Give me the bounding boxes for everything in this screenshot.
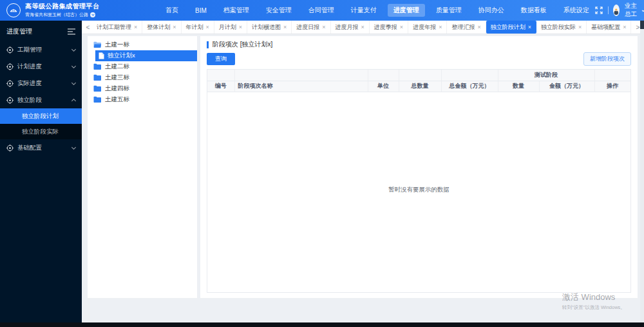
- tab-close-icon[interactable]: ×: [477, 25, 480, 30]
- folder-icon: [93, 63, 102, 70]
- tab-independent-stage-plan[interactable]: 独立阶段计划×: [486, 21, 536, 34]
- content-area: 土建一标 独立计划x 土建二标 土建三标: [82, 34, 644, 322]
- tab-close-icon[interactable]: ×: [206, 25, 209, 30]
- tab-plan-gantt[interactable]: 计划横道图×: [247, 21, 292, 34]
- nav-item-home[interactable]: 首页: [160, 4, 184, 17]
- tree-folder-section3[interactable]: 土建三标: [88, 72, 197, 83]
- menu-collapse-icon[interactable]: [68, 28, 75, 35]
- bottom-strip: [0, 322, 644, 327]
- sidebar-item-label: 实际进度: [17, 79, 68, 88]
- tab-year-plan[interactable]: 年计划×: [182, 21, 214, 34]
- column-header-actions: 操作: [594, 81, 630, 92]
- tab-independent-stage-actual[interactable]: 独立阶段实际×: [536, 21, 587, 34]
- sidebar-item-independent-stage[interactable]: 独立阶段: [0, 92, 82, 108]
- tab-month-plan[interactable]: 月计划×: [214, 21, 247, 34]
- tab-close-icon[interactable]: ×: [623, 25, 626, 30]
- avatar[interactable]: [613, 5, 620, 16]
- sidebar-title: 进度管理: [6, 27, 32, 36]
- tab-monthly-report[interactable]: 进度月报×: [331, 21, 370, 34]
- tree-folder-label: 土建一标: [105, 41, 129, 49]
- user-name[interactable]: 业主总工: [625, 2, 638, 19]
- tree-folder-section5[interactable]: 土建五标: [88, 94, 197, 105]
- tab-label: 独立阶段计划: [491, 23, 526, 32]
- tree-folder-section1[interactable]: 土建一标: [88, 39, 197, 50]
- nav-item-settings[interactable]: 系统设定: [558, 4, 595, 17]
- tree-folder-section2[interactable]: 土建二标: [88, 61, 197, 72]
- column-header-number: 编号: [207, 81, 234, 92]
- top-nav: 首页 BIM 档案管理 安全管理 合同管理 计量支付 进度管理 质量管理 协同办…: [160, 4, 595, 17]
- sidebar-item-label: 计划进度: [17, 63, 68, 71]
- tab-close-icon[interactable]: ×: [361, 25, 365, 30]
- tab-close-icon[interactable]: ×: [322, 25, 325, 30]
- sidebar-item-duration-mgmt[interactable]: 工期管理: [0, 41, 82, 58]
- sidebar-subitem-label: 独立阶段计划: [22, 112, 59, 121]
- project-switcher-icon[interactable]: [90, 12, 95, 17]
- tree-item-independent-plan[interactable]: 独立计划x: [95, 50, 197, 61]
- tree-folder-label: 土建五标: [105, 95, 129, 104]
- tab-label: 进度季报: [374, 23, 397, 32]
- tab-label: 进度月报: [336, 23, 359, 32]
- sidebar-submenu: 独立阶段计划 独立阶段实际: [0, 108, 82, 139]
- nav-item-measurement[interactable]: 计量支付: [345, 4, 383, 17]
- sidebar-item-actual-progress[interactable]: 实际进度: [0, 75, 82, 92]
- nav-item-dashboard[interactable]: 数据看板: [515, 4, 553, 17]
- tab-quarterly-report[interactable]: 进度季报×: [370, 21, 408, 34]
- tab-yearly-report[interactable]: 进度年报×: [408, 21, 447, 34]
- tab-close-icon[interactable]: ×: [400, 25, 403, 30]
- table-group-header-row: 测试阶段: [207, 70, 630, 81]
- folder-icon: [93, 96, 102, 103]
- tab-close-icon[interactable]: ×: [439, 25, 442, 30]
- project-subtitle: 青海省共和至玉树（结古）公路: [25, 12, 100, 18]
- nav-item-contract[interactable]: 合同管理: [303, 4, 340, 17]
- nav-item-quality[interactable]: 质量管理: [430, 4, 468, 17]
- tabs-scroll-left-icon[interactable]: <: [84, 24, 92, 31]
- tab-plan-duration-mgmt[interactable]: 计划工期管理×: [92, 21, 142, 34]
- tree-folder-section4[interactable]: 土建四标: [88, 83, 197, 94]
- nav-item-bim[interactable]: BIM: [189, 5, 213, 16]
- tree-folder-label: 土建三标: [105, 74, 129, 82]
- sidebar-item-label: 工期管理: [17, 46, 68, 54]
- add-stage-item-button[interactable]: 新增阶段项次: [583, 52, 631, 66]
- platform-title: 高等级公路集成管理平台: [25, 3, 100, 11]
- column-header-quantity: 数量: [498, 81, 539, 92]
- sidebar-item-independent-stage-actual[interactable]: 独立阶段实际: [0, 124, 82, 139]
- tab-label: 整体计划: [147, 23, 170, 32]
- project-tree-panel: 土建一标 独立计划x 土建二标 土建三标: [88, 36, 197, 298]
- column-group-test-stage: 测试阶段: [498, 70, 594, 81]
- nav-item-safety[interactable]: 安全管理: [260, 4, 298, 17]
- tab-label: 整理汇报: [451, 23, 475, 32]
- compass-icon: [6, 63, 14, 70]
- nav-item-archives[interactable]: 档案管理: [218, 4, 255, 17]
- tree-folder-label: 土建四标: [105, 84, 129, 93]
- tab-close-icon[interactable]: ×: [134, 25, 137, 30]
- fullscreen-icon[interactable]: [595, 6, 603, 14]
- tab-label: 进度日报: [296, 23, 319, 32]
- tab-base-item-config[interactable]: 基础项配置×: [587, 21, 631, 34]
- column-header-unit: 单位: [368, 81, 399, 92]
- stage-items-table: 测试阶段 编号 阶段项次名称 单位 总数量 总金额（万元） 数量: [207, 69, 631, 293]
- folder-icon: [93, 74, 102, 81]
- tab-overall-plan[interactable]: 整体计划×: [142, 21, 181, 34]
- column-header-total-amount: 总金额（万元）: [441, 81, 498, 92]
- table-header-row: 编号 阶段项次名称 单位 总数量 总金额（万元） 数量 金额（万元） 操作: [207, 81, 630, 92]
- tab-label: 月计划: [219, 23, 236, 32]
- tab-summary-report[interactable]: 整理汇报×: [447, 21, 486, 34]
- tab-close-icon[interactable]: ×: [528, 25, 531, 30]
- sidebar-item-base-config[interactable]: 基础配置: [0, 139, 82, 156]
- tab-close-icon[interactable]: ×: [578, 25, 582, 30]
- nav-item-collaboration[interactable]: 协同办公: [473, 4, 510, 17]
- sidebar-item-independent-stage-plan[interactable]: 独立阶段计划: [0, 108, 82, 124]
- tree-item-label: 独立计划x: [108, 52, 135, 60]
- tab-daily-report[interactable]: 进度日报×: [292, 21, 330, 34]
- tab-close-icon[interactable]: ×: [173, 25, 176, 30]
- toolbar: 查询 新增阶段项次: [207, 52, 631, 66]
- scrollbar-thumb[interactable]: [640, 21, 644, 29]
- query-button[interactable]: 查询: [207, 53, 235, 65]
- tab-close-icon[interactable]: ×: [239, 25, 242, 30]
- tab-label: 独立阶段实际: [541, 23, 576, 32]
- nav-item-progress[interactable]: 进度管理: [388, 4, 425, 17]
- tab-close-icon[interactable]: ×: [283, 25, 287, 30]
- sidebar-item-label: 基础配置: [17, 144, 68, 152]
- page-scrollbar[interactable]: [640, 21, 644, 322]
- sidebar-item-planned-progress[interactable]: 计划进度: [0, 58, 82, 75]
